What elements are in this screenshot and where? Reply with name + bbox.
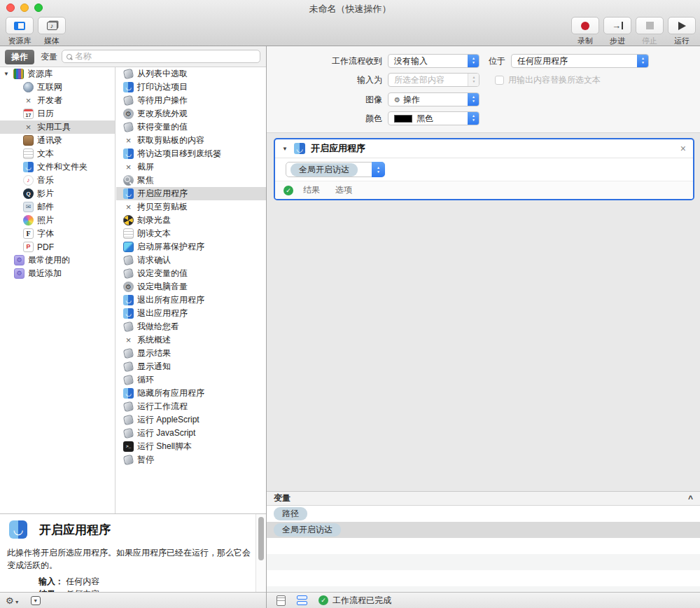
action-item-朗读文本[interactable]: 朗读文本 [116,227,266,240]
record-button-label: 录制 [578,36,593,46]
action-item-打印访达项目[interactable]: ◡打印访达项目 [116,81,266,94]
sidebar-item-邮件[interactable]: ✉邮件 [0,200,115,214]
variable-row-empty[interactable] [267,554,700,570]
action-item-隐藏所有应用程序[interactable]: ◡隐藏所有应用程序 [116,387,266,400]
tab-variables[interactable]: 变量 [34,50,64,64]
media-toolbar-button[interactable]: ♪ 媒体 [36,17,67,46]
variable-row-empty[interactable] [267,586,700,592]
disclosure-triangle-icon[interactable]: ▼ [282,146,288,152]
action-card-header[interactable]: ▼ ◡ 开启应用程序 × [275,139,693,158]
variable-row-路径[interactable]: 路径 [267,506,700,522]
step-button[interactable]: → 步进 [602,17,633,46]
action-item-刻录光盘[interactable]: 刻录光盘 [116,214,266,227]
robot-icon [123,401,134,412]
tab-actions[interactable]: 操作 [5,50,34,64]
action-card-launch-application[interactable]: ▼ ◡ 开启应用程序 × 全局开启访达 ▲▼ ✓ 结果 选项 [274,138,694,200]
finder-icon: ◡ [123,308,134,319]
action-item-退出所有应用程序[interactable]: ◡退出所有应用程序 [116,293,266,307]
gear-menu-button[interactable]: ⚙ ▼ [6,595,20,606]
sidebar-item-最近添加[interactable]: ⚙最近添加 [0,267,115,280]
action-item-将访达项目移到废纸篓[interactable]: ◡将访达项目移到废纸篓 [116,147,266,160]
action-item-运行 JavaScript[interactable]: 运行 JavaScript [116,427,266,440]
color-popup[interactable]: 黑色 ▲▼ [388,111,479,125]
action-item-更改系统外观[interactable]: ⚙更改系统外观 [116,107,266,120]
action-item-运行 Shell脚本[interactable]: >_运行 Shell脚本 [116,440,266,453]
sidebar-item-音乐[interactable]: ♪音乐 [0,174,115,187]
receives-value: 没有输入 [394,55,428,67]
action-item-从列表中选取[interactable]: 从列表中选取 [116,67,266,81]
action-item-启动屏幕保护程序[interactable]: 启动屏幕保护程序 [116,240,266,254]
in-label: 位于 [489,55,505,67]
application-popup[interactable]: 全局开启访达 ▲▼ [286,162,385,177]
record-button[interactable]: 录制 [570,17,601,46]
library-toolbar-button[interactable]: 资源库 [4,17,35,46]
sidebar-item-互联网[interactable]: 互联网 [0,81,115,94]
action-item-聚焦[interactable]: 聚焦 [116,174,266,187]
action-item-暂停[interactable]: 暂停 [116,453,266,467]
action-item-请求确认[interactable]: 请求确认 [116,254,266,267]
action-item-label: 退出所有应用程序 [137,294,204,306]
variable-row-empty[interactable] [267,570,700,586]
chevron-up-icon[interactable]: ^ [688,494,693,504]
scrollbar-thumb[interactable] [258,517,264,560]
finder-icon: ◡ [123,295,134,305]
workflow-settings: 工作流程收到 没有输入 ▲▼ 位于 任何应用程序 ▲▼ 输入为 所选全部内容 ▲… [267,46,700,133]
workflow-pane: 工作流程收到 没有输入 ▲▼ 位于 任何应用程序 ▲▼ 输入为 所选全部内容 ▲… [267,46,700,608]
sidebar-item-文件和文件夹[interactable]: ◡文件和文件夹 [0,160,115,174]
variable-token[interactable]: 全局开启访达 [274,523,341,537]
sidebar-item-影片[interactable]: Q影片 [0,187,115,200]
close-icon[interactable]: × [680,144,686,153]
robot-icon [123,95,134,106]
action-item-截屏[interactable]: ×截屏 [116,160,266,174]
variable-row-全局开启访达[interactable]: 全局开启访达 [267,522,700,538]
variable-row-empty[interactable] [267,538,700,554]
variable-token[interactable]: 路径 [274,507,307,520]
action-item-获得变量的值[interactable]: 获得变量的值 [116,120,266,134]
results-link[interactable]: 结果 [303,184,320,196]
action-list: 从列表中选取◡打印访达项目等待用户操作⚙更改系统外观获得变量的值×获取剪贴板的内… [116,67,266,513]
gear-icon: ⚙ [394,96,400,104]
action-item-显示通知[interactable]: 显示通知 [116,360,266,373]
action-item-运行工作流程[interactable]: 运行工作流程 [116,400,266,413]
run-button[interactable]: 运行 [666,17,697,46]
sidebar-item-最常使用的[interactable]: ⚙最常使用的 [0,254,115,267]
action-item-拷贝至剪贴板[interactable]: ×拷贝至剪贴板 [116,200,266,214]
variables-header[interactable]: 变量 ^ [267,491,700,506]
success-check-icon: ✓ [284,186,293,195]
in-app-popup[interactable]: 任何应用程序 ▲▼ [511,54,649,68]
options-link[interactable]: 选项 [335,184,352,196]
action-item-运行 AppleScript[interactable]: 运行 AppleScript [116,413,266,427]
mail-icon: ✉ [23,202,34,212]
sidebar-item-字体[interactable]: F字体 [0,227,115,240]
action-item-循环[interactable]: 循环 [116,373,266,387]
sidebar-item-资源库[interactable]: ▼资源库 [0,67,115,81]
internet-icon [23,82,34,92]
action-item-等待用户操作[interactable]: 等待用户操作 [116,94,266,107]
action-item-显示结果[interactable]: 显示结果 [116,347,266,360]
workflow-view-icon[interactable] [297,595,307,605]
receives-popup[interactable]: 没有输入 ▲▼ [388,54,479,68]
sidebar-item-实用工具[interactable]: ×实用工具 [0,120,115,134]
search-input[interactable]: 名称 [62,50,260,63]
action-item-label: 系统概述 [137,334,171,346]
sidebar-item-日历[interactable]: 17日历 [0,107,115,120]
action-item-设定电脑音量[interactable]: ⚙设定电脑音量 [116,280,266,293]
action-item-系统概述[interactable]: ×系统概述 [116,333,266,347]
description-panel-toggle[interactable]: ▼ [31,596,41,605]
action-item-label: 运行 JavaScript [137,427,195,439]
finder-icon: ◡ [123,388,134,399]
sidebar-item-开发者[interactable]: ×开发者 [0,94,115,107]
sidebar-item-文本[interactable]: 文本 [0,147,115,160]
action-item-获取剪贴板的内容[interactable]: ×获取剪贴板的内容 [116,134,266,147]
sidebar-item-照片[interactable]: 照片 [0,214,115,227]
log-view-icon[interactable] [276,595,286,606]
image-popup[interactable]: ⚙ 操作 ▲▼ [388,92,479,106]
action-item-设定变量的值[interactable]: 设定变量的值 [116,267,266,280]
sidebar-item-PDF[interactable]: PPDF [0,240,115,254]
disclosure-triangle-icon[interactable]: ▼ [4,71,10,77]
action-item-开启应用程序[interactable]: ◡开启应用程序 [116,187,266,200]
sidebar-item-通讯录[interactable]: 通讯录 [0,134,115,147]
description-scrollbar[interactable] [255,514,266,593]
action-item-我做给您看[interactable]: 我做给您看 [116,320,266,333]
action-item-退出应用程序[interactable]: ◡退出应用程序 [116,307,266,320]
